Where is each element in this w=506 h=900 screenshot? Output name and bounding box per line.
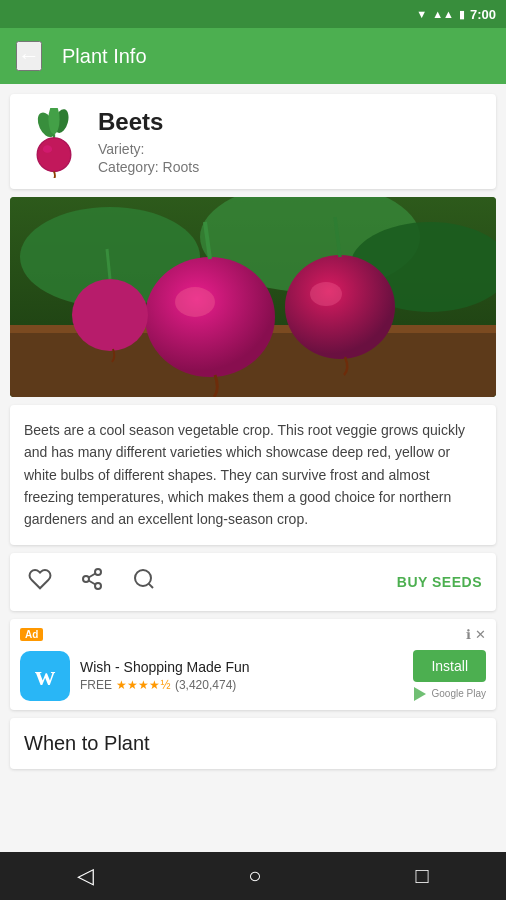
install-btn-wrapper: Install Google Play bbox=[412, 650, 486, 702]
svg-line-27 bbox=[149, 583, 153, 587]
ad-rating: (3,420,474) bbox=[175, 678, 236, 692]
svg-point-22 bbox=[83, 576, 89, 582]
ad-app-name: Wish - Shopping Made Fun bbox=[80, 659, 402, 675]
ad-banner: Ad ℹ ✕ w Wish - Shopping Made Fun FREE ★… bbox=[10, 619, 496, 710]
google-play-text: Google Play bbox=[432, 688, 486, 699]
svg-point-14 bbox=[175, 287, 215, 317]
category-label: Category: bbox=[98, 159, 159, 175]
ad-close-icon[interactable]: ✕ bbox=[475, 627, 486, 642]
battery-icon: ▮ bbox=[459, 8, 465, 21]
ad-info-icon[interactable]: ℹ bbox=[466, 627, 471, 642]
plant-category: Category: Roots bbox=[98, 159, 482, 175]
when-to-plant-card: When to Plant bbox=[10, 718, 496, 769]
action-icons bbox=[24, 563, 160, 601]
google-play-row: Google Play bbox=[412, 686, 486, 702]
ad-stars: ★★★★½ bbox=[116, 678, 170, 692]
wish-logo: w bbox=[35, 660, 55, 692]
app-bar-title: Plant Info bbox=[62, 45, 147, 68]
variety-label: Variety: bbox=[98, 141, 144, 157]
ad-free: FREE bbox=[80, 678, 112, 692]
plant-image bbox=[10, 197, 496, 397]
nav-home-button[interactable]: ○ bbox=[228, 855, 281, 897]
svg-point-15 bbox=[285, 255, 395, 359]
svg-point-17 bbox=[72, 279, 148, 351]
share-button[interactable] bbox=[76, 563, 108, 601]
category-value: Roots bbox=[163, 159, 200, 175]
search-button[interactable] bbox=[128, 563, 160, 601]
wifi-icon: ▼ bbox=[416, 8, 427, 20]
svg-point-13 bbox=[145, 257, 275, 377]
ad-top-row: Ad ℹ ✕ bbox=[20, 627, 486, 642]
svg-point-16 bbox=[310, 282, 342, 306]
status-time: 7:00 bbox=[470, 7, 496, 22]
status-bar: ▼ ▲▲ ▮ 7:00 bbox=[0, 0, 506, 28]
favorite-button[interactable] bbox=[24, 563, 56, 601]
svg-line-25 bbox=[89, 573, 96, 577]
ad-close-icons: ℹ ✕ bbox=[466, 627, 486, 642]
plant-icon bbox=[24, 108, 84, 168]
nav-back-button[interactable]: ◁ bbox=[57, 855, 114, 897]
nav-recent-button[interactable]: □ bbox=[396, 855, 449, 897]
svg-point-21 bbox=[95, 569, 101, 575]
buy-seeds-button[interactable]: BUY SEEDS bbox=[397, 574, 482, 590]
plant-details: Beets Variety: Category: Roots bbox=[98, 108, 482, 175]
install-button[interactable]: Install bbox=[413, 650, 486, 682]
description-card: Beets are a cool season vegetable crop. … bbox=[10, 405, 496, 545]
ad-app-icon: w bbox=[20, 651, 70, 701]
svg-point-6 bbox=[43, 145, 52, 152]
google-play-icon bbox=[412, 686, 428, 702]
svg-point-26 bbox=[135, 570, 151, 586]
description-text: Beets are a cool season vegetable crop. … bbox=[24, 419, 482, 531]
bottom-navigation: ◁ ○ □ bbox=[0, 852, 506, 900]
svg-line-24 bbox=[89, 580, 96, 584]
app-bar: ← Plant Info bbox=[0, 28, 506, 84]
back-button[interactable]: ← bbox=[16, 41, 42, 71]
ad-content-row: w Wish - Shopping Made Fun FREE ★★★★½ (3… bbox=[20, 650, 486, 702]
plant-info-card: Beets Variety: Category: Roots bbox=[10, 94, 496, 189]
plant-name: Beets bbox=[98, 108, 482, 137]
action-bar: BUY SEEDS bbox=[10, 553, 496, 611]
plant-variety: Variety: bbox=[98, 141, 482, 157]
svg-marker-28 bbox=[414, 687, 426, 701]
svg-point-23 bbox=[95, 583, 101, 589]
when-to-plant-title: When to Plant bbox=[24, 732, 482, 755]
signal-icon: ▲▲ bbox=[432, 8, 454, 20]
ad-label: Ad bbox=[20, 628, 43, 641]
ad-info: Wish - Shopping Made Fun FREE ★★★★½ (3,4… bbox=[80, 659, 402, 693]
main-content: Beets Variety: Category: Roots bbox=[0, 84, 506, 852]
